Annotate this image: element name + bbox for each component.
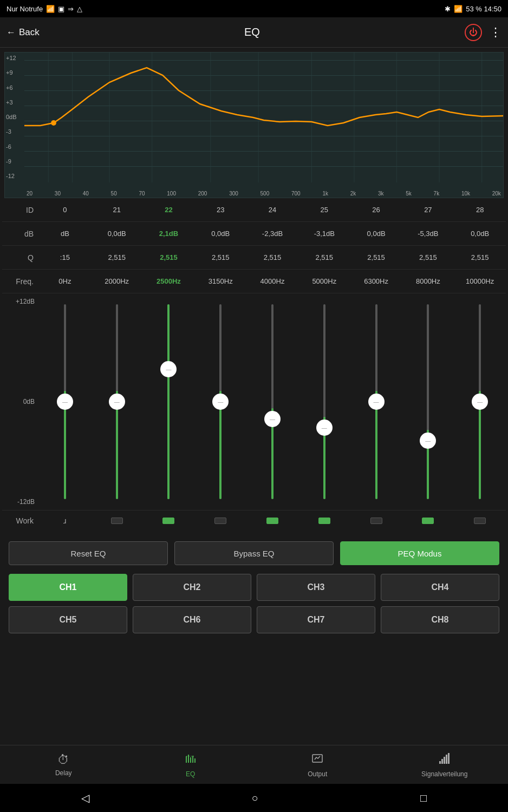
fader-thumb-3[interactable] [212,394,229,410]
eq-db-4[interactable]: -2,3dB [246,230,298,238]
eq-db-2[interactable]: 2,1dB [143,230,195,238]
fader-thumb-6[interactable] [368,394,385,410]
eq-db-3[interactable]: 0,0dB [194,230,246,238]
channel-row-1: CH1 CH2 CH3 CH4 [9,574,499,601]
peq-modus-button[interactable]: PEQ Modus [340,541,499,565]
svg-rect-19 [441,759,443,764]
eq-db-8[interactable]: 0,0dB [454,230,506,238]
eq-id-5[interactable]: 25 [298,206,350,214]
fader-thumb-4[interactable] [264,411,281,427]
eq-freq-0[interactable]: 0Hz [39,277,91,285]
ch3-button[interactable]: CH3 [257,574,375,601]
fader-thumb-2[interactable] [160,361,177,377]
eq-dot-low [51,120,56,126]
eq-freq-2[interactable]: 2500Hz [143,277,195,285]
eq-db-6[interactable]: 0,0dB [350,230,402,238]
eq-id-6[interactable]: 26 [350,206,402,214]
android-back[interactable]: ◁ [81,791,89,804]
fader-section: +12dB 0dB -12dB [2,293,506,510]
q-label: Q [2,253,39,262]
eq-id-2[interactable]: 22 [143,206,195,214]
fader-thumb-1[interactable] [109,394,125,410]
y-label-n3: -3 [6,128,23,135]
work-ind-7[interactable] [402,518,454,524]
eq-q-4[interactable]: 2,515 [246,253,298,261]
eq-db-0[interactable]: dB [39,230,91,238]
work-dot-2 [162,518,174,524]
bypass-eq-button[interactable]: Bypass EQ [174,541,334,565]
eq-id-0[interactable]: 0 [39,206,91,214]
y-label-9: +9 [6,69,23,76]
fader-thumb-5[interactable] [316,420,333,436]
fader-thumb-8[interactable] [472,394,488,410]
fader-thumb-7[interactable] [420,433,436,449]
eq-id-3[interactable]: 23 [194,206,246,214]
back-button[interactable]: ← Back [6,27,40,38]
work-ind-8[interactable] [454,518,506,524]
page-title: EQ [40,26,465,38]
fader-thumb-0[interactable] [57,394,73,410]
fader-col-0 [39,293,91,510]
eq-id-1[interactable]: 21 [91,206,143,214]
eq-id-8[interactable]: 28 [454,206,506,214]
work-ind-1[interactable] [91,518,143,524]
nav-signalverteilung[interactable]: Signalverteilung [381,745,509,784]
eq-row-freq: Freq. 0Hz 2000Hz 2500Hz 3150Hz 4000Hz 50… [2,270,506,293]
eq-q-5[interactable]: 2,515 [298,253,350,261]
eq-q-3[interactable]: 2,515 [194,253,246,261]
ch6-button[interactable]: CH6 [133,606,251,633]
eq-freq-4[interactable]: 4000Hz [246,277,298,285]
eq-q-2[interactable]: 2,515 [143,253,195,261]
eq-q-0[interactable]: :15 [39,253,91,261]
ch8-button[interactable]: CH8 [381,606,499,633]
eq-freq-8[interactable]: 10000Hz [454,277,506,285]
work-dot-1 [111,518,123,524]
wifi-icon-right: 📶 [454,5,463,13]
id-label: ID [2,206,39,214]
ch2-button[interactable]: CH2 [133,574,251,601]
eq-q-8[interactable]: 2,515 [454,253,506,261]
work-ind-2[interactable] [143,518,195,524]
eq-table: ID 0 21 22 23 24 25 26 27 28 dB dB 0,0dB… [2,198,506,293]
eq-db-5[interactable]: -3,1dB [298,230,350,238]
ch1-button[interactable]: CH1 [9,574,127,601]
eq-freq-3[interactable]: 3150Hz [194,277,246,285]
android-home[interactable]: ○ [251,792,258,804]
ch7-button[interactable]: CH7 [257,606,375,633]
eq-id-4[interactable]: 24 [246,206,298,214]
svg-rect-20 [444,757,445,764]
eq-nav-label: EQ [186,770,195,778]
fader-bot-label: -12dB [2,498,35,506]
nav-output[interactable]: Output [254,745,381,784]
eq-db-7[interactable]: -5,3dB [402,230,454,238]
battery-text: 53 % 14:50 [466,5,502,13]
work-ind-3[interactable] [194,518,246,524]
eq-freq-5[interactable]: 5000Hz [298,277,350,285]
nav-eq[interactable]: EQ [127,745,255,784]
output-label: Output [308,770,327,778]
eq-row-db: dB dB 0,0dB 2,1dB 0,0dB -2,3dB -3,1dB 0,… [2,222,506,246]
work-ind-5[interactable] [298,518,350,524]
eq-freq-1[interactable]: 2000Hz [91,277,143,285]
work-dot-8 [474,518,486,524]
power-button[interactable]: ⏻ [465,24,482,41]
eq-row-q: Q :15 2,515 2,515 2,515 2,515 2,515 2,51… [2,246,506,270]
work-ind-6[interactable] [350,518,402,524]
delay-icon: ⏱ [57,753,69,767]
eq-q-6[interactable]: 2,515 [350,253,402,261]
android-recents[interactable]: □ [420,792,427,804]
eq-q-7[interactable]: 2,515 [402,253,454,261]
eq-freq-6[interactable]: 6300Hz [350,277,402,285]
nav-delay[interactable]: ⏱ Delay [0,745,127,784]
reset-eq-button[interactable]: Reset EQ [9,541,168,565]
eq-db-1[interactable]: 0,0dB [91,230,143,238]
ch5-button[interactable]: CH5 [9,606,127,633]
menu-button[interactable]: ⋮ [490,25,502,40]
work-ind-0[interactable]: ɹ [39,516,91,525]
eq-q-1[interactable]: 2,515 [91,253,143,261]
eq-freq-7[interactable]: 8000Hz [402,277,454,285]
eq-id-7[interactable]: 27 [402,206,454,214]
ch4-button[interactable]: CH4 [381,574,499,601]
work-ind-4[interactable] [246,518,298,524]
sim-icon: ▣ [58,5,64,13]
